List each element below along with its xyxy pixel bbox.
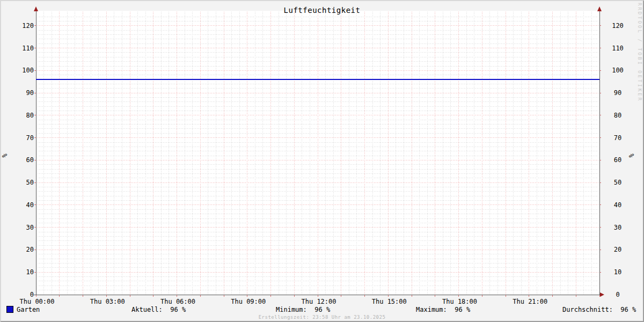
x-tick-label: Thu 06:00 [154, 298, 202, 305]
y-tick-label-right: 90 [606, 89, 630, 97]
y-tick-label-left: 10 [10, 268, 34, 276]
y-tick-label-left: 90 [10, 89, 34, 97]
y-tick-label-left: 70 [10, 134, 34, 142]
y-tick-label-left: 40 [10, 201, 34, 209]
y-tick-label-left: 120 [10, 22, 34, 30]
y-tick-label-right: 10 [606, 268, 630, 276]
y-tick-label-right: 70 [606, 134, 630, 142]
creation-time-label: Erstellungszeit: 23:58 Uhr am 23.10.2025 [1, 314, 643, 320]
y-tick-label-right: 110 [606, 45, 630, 52]
chart-title: Luftfeuchtigkeit [1, 6, 643, 14]
y-tick-label-left: 80 [10, 112, 34, 119]
y-tick-label-right: 60 [606, 156, 630, 164]
y-tick-label-left: 30 [10, 224, 34, 231]
y-tick-label-right: 20 [606, 246, 630, 253]
y-tick-label-left: 20 [10, 246, 34, 253]
x-axis-arrow [600, 292, 604, 297]
y-tick-label-right: 80 [606, 112, 630, 119]
y-tick-label-left: 0 [10, 291, 34, 298]
x-tick-label: Thu 18:00 [436, 298, 484, 305]
y-tick-label-right: 0 [606, 291, 630, 298]
y-tick-label-right: 30 [606, 224, 630, 231]
y-tick-label-left: 110 [10, 45, 34, 52]
y-tick-label-right: 50 [606, 179, 630, 186]
y-axis-unit-left: % [1, 153, 9, 157]
rrdtool-watermark: RRDTOOL / TOBI OETIKER [637, 3, 642, 102]
y-tick-label-left: 50 [10, 179, 34, 186]
y-tick-label-right: 120 [606, 22, 630, 30]
x-tick-label: Thu 21:00 [506, 298, 554, 305]
x-tick-label: Thu 09:00 [224, 298, 273, 305]
rrdtool-graph-image: Luftfeuchtigkeit RRDTOOL / TOBI OETIKER … [0, 0, 644, 322]
y-tick-label-left: 60 [10, 156, 34, 164]
x-tick-label: Thu 00:00 [13, 298, 61, 305]
y-tick-label-left: 100 [10, 67, 34, 74]
x-tick-label: Thu 15:00 [365, 298, 413, 305]
y-tick-label-right: 40 [606, 201, 630, 209]
y-tick-label-right: 100 [606, 67, 630, 74]
x-tick-label: Thu 12:00 [295, 298, 343, 305]
x-tick-label: Thu 03:00 [83, 298, 131, 305]
chart-plot-area [0, 0, 644, 322]
